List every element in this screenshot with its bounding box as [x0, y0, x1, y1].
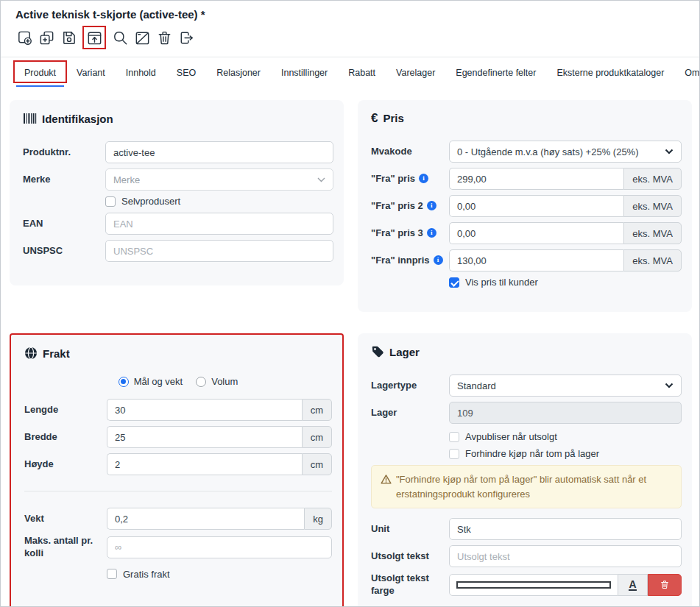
height-row: Høyde cm [24, 453, 332, 475]
ean-input[interactable] [105, 213, 333, 235]
length-row: Lengde cm [24, 399, 332, 421]
from-price2-exvat: eks. MVA [623, 195, 682, 217]
tab-rabatt[interactable]: Rabatt [338, 59, 386, 88]
save-icon [60, 29, 77, 46]
volume-radio[interactable] [196, 377, 206, 387]
identification-title: Identifikasjon [23, 112, 333, 125]
stock-type-label: Lagertype [371, 380, 449, 392]
free-shipping-label: Gratis frakt [123, 569, 170, 580]
preview-button[interactable] [111, 28, 129, 47]
width-label: Bredde [24, 431, 107, 444]
prevent-purchase-checkbox[interactable] [449, 449, 459, 459]
info-icon[interactable]: i [427, 228, 436, 238]
chevron-down-icon [665, 383, 674, 388]
stock-warning-text: "Forhindre kjøp når tom på lager" blir a… [396, 472, 672, 501]
stock-panel: Lager Lagertype Standard Lager 109 [358, 333, 692, 607]
dimensions-radio[interactable] [119, 377, 129, 387]
stock-type-select[interactable]: Standard [449, 375, 682, 397]
duplicate-product-button[interactable] [38, 28, 55, 47]
info-icon[interactable]: i [419, 174, 428, 183]
trash-icon [660, 579, 670, 590]
vat-code-row: Mvakode 0 - Utgående m.v.a (høy sats) +2… [371, 141, 682, 163]
delete-button[interactable] [155, 28, 173, 47]
weight-input[interactable] [107, 508, 304, 530]
vat-code-select[interactable]: 0 - Utgående m.v.a (høy sats) +25% (25%) [449, 141, 682, 163]
self-produced-row: Selvprodusert [105, 196, 333, 207]
text-color-button[interactable]: A [618, 574, 648, 596]
show-price-row: Vis pris til kunder [449, 277, 682, 288]
stock-amount-label: Lager [371, 407, 449, 419]
unit-label: Unit [371, 523, 449, 536]
upload-window-icon [86, 29, 103, 46]
from-price-input[interactable] [449, 168, 623, 190]
from-cost-label: "Fra" innpris [371, 255, 430, 267]
product-number-input[interactable] [105, 141, 333, 163]
chevron-down-icon [317, 177, 325, 182]
toolbar [15, 26, 685, 49]
brand-row: Merke Merke [23, 168, 333, 191]
unpublish-soldout-checkbox[interactable] [449, 432, 459, 442]
save-button[interactable] [60, 28, 77, 47]
magnifier-icon [112, 29, 129, 46]
left-column: Identifikasjon Produktnr. Merke Merke [10, 100, 344, 607]
tab-innhold[interactable]: Innhold [116, 59, 166, 88]
identification-panel: Identifikasjon Produktnr. Merke Merke [10, 100, 344, 285]
mode-volume-option[interactable]: Volum [196, 376, 238, 387]
show-price-label: Vis pris til kunder [465, 277, 538, 288]
tab-egendefinerte-felter[interactable]: Egendefinerte felter [445, 59, 546, 88]
tab-relasjoner[interactable]: Relasjoner [206, 59, 271, 88]
soldout-text-row: Utsolgt tekst [371, 545, 682, 567]
unspsc-input[interactable] [105, 240, 333, 262]
clear-color-button[interactable] [648, 574, 682, 596]
main-content: Identifikasjon Produktnr. Merke Merke [1, 88, 699, 607]
length-input[interactable] [107, 399, 302, 421]
stock-amount-row: Lager 109 [371, 402, 682, 424]
height-input[interactable] [107, 453, 302, 475]
max-per-package-label: Maks. antall pr. kolli [24, 535, 107, 560]
chevron-down-icon [665, 149, 674, 155]
barcode-icon [23, 112, 37, 125]
stock-type-row: Lagertype Standard [371, 375, 682, 397]
shipping-mode-row: Mål og vekt Volum [24, 376, 332, 387]
tab-eksterne-produktkataloger[interactable]: Eksterne produktkataloger [546, 59, 674, 88]
info-icon[interactable]: i [434, 255, 443, 265]
mode-dimensions-option[interactable]: Mål og vekt [119, 376, 183, 387]
tab-innstillinger[interactable]: Innstillinger [271, 59, 338, 88]
new-product-button[interactable] [15, 28, 33, 47]
brand-label: Merke [23, 174, 105, 186]
unpublish-soldout-row: Avpubliser når utsolgt [449, 431, 682, 442]
from-price3-exvat: eks. MVA [623, 222, 682, 244]
brand-select[interactable]: Merke [105, 168, 333, 191]
from-price2-input[interactable] [449, 195, 623, 217]
soldout-text-input[interactable] [449, 545, 682, 567]
self-produced-checkbox[interactable] [105, 196, 116, 207]
tab-produkt[interactable]: Produkt [14, 59, 66, 88]
shipping-panel: Frakt Mål og vekt Volum Lengde cm [10, 333, 344, 607]
show-price-checkbox[interactable] [449, 277, 459, 288]
info-icon[interactable]: i [427, 201, 436, 210]
unit-row: Unit [371, 518, 682, 540]
exit-button[interactable] [177, 28, 195, 47]
free-shipping-checkbox[interactable] [107, 569, 117, 579]
prevent-purchase-row: Forhindre kjøp når tom på lager [449, 448, 682, 459]
file-plus-icon [16, 29, 33, 46]
soldout-color-input[interactable] [449, 574, 618, 596]
unspsc-row: UNSPSC [23, 240, 333, 262]
tab-om-produktet[interactable]: Om produktet [674, 59, 700, 88]
unpublish-soldout-label: Avpubliser når utsolgt [465, 431, 557, 442]
from-cost-row: "Fra" innpris i eks. MVA [371, 249, 682, 271]
from-price3-input[interactable] [449, 222, 623, 244]
warning-icon [381, 474, 392, 485]
publish-button[interactable] [85, 28, 103, 47]
tab-seo[interactable]: SEO [166, 59, 206, 88]
max-per-package-input[interactable] [107, 536, 332, 558]
color-swatch [456, 581, 611, 589]
self-produced-label: Selvprodusert [121, 196, 180, 207]
unit-input[interactable] [449, 518, 682, 540]
from-cost-input[interactable] [449, 249, 623, 271]
tab-bar: Produkt Variant Innhold SEO Relasjoner I… [1, 57, 699, 88]
width-input[interactable] [107, 426, 302, 448]
unpublish-button[interactable] [133, 28, 151, 47]
tab-varelager[interactable]: Varelager [386, 59, 445, 88]
tab-variant[interactable]: Variant [66, 59, 116, 88]
